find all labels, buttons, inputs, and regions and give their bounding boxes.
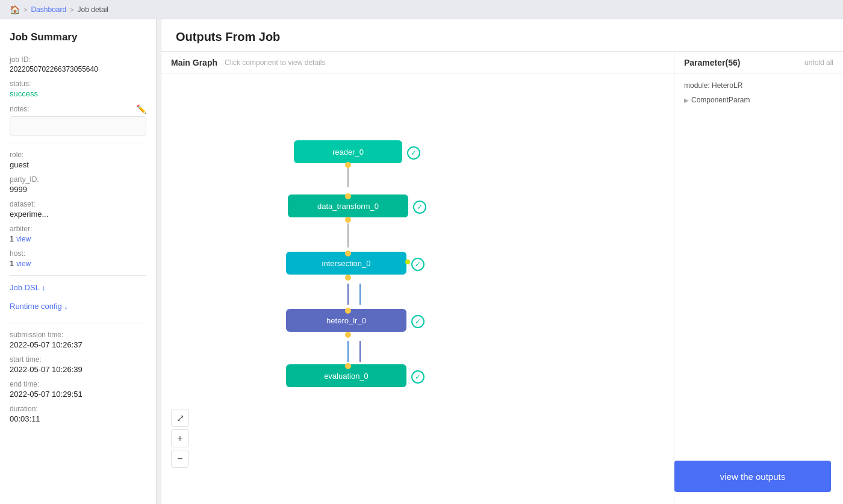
notes-edit-icon[interactable]: ✏️ (136, 104, 146, 114)
param-title: Parameter(56) (684, 58, 740, 67)
unfold-all-link[interactable]: unfold all (804, 58, 833, 67)
divider3 (10, 323, 146, 323)
end-time-row: end time: 2022-05-07 10:29:51 (10, 380, 146, 399)
host-view-link[interactable]: view (16, 260, 31, 268)
breadcrumb-dashboard[interactable]: Dashboard (31, 5, 66, 14)
sidebar: Job Summary job ID: 20220507022663730556… (0, 19, 157, 504)
divider1 (10, 143, 146, 143)
job-dsl-link[interactable]: Job DSL ↓ (10, 283, 46, 292)
graph-section: Main Graph Click component to view detai… (161, 52, 674, 504)
arbiter-row: arbiter: 1 view (10, 225, 146, 243)
duration-label: duration: (10, 405, 146, 413)
end-time-value: 2022-05-07 10:29:51 (10, 390, 146, 399)
dataset-row: dataset: experime... (10, 200, 146, 219)
job-id-value: 2022050702266373055640 (10, 65, 146, 73)
port-intersection-bottom (345, 275, 351, 281)
duration-value: 00:03:11 (10, 414, 146, 423)
port-intersection-top (345, 250, 351, 257)
runtime-config-link[interactable]: Runtime config ↓ (10, 302, 68, 311)
arbiter-view-link[interactable]: view (16, 235, 31, 243)
party-id-row: party_ID: 9999 (10, 175, 146, 194)
zoom-out-button[interactable]: − (171, 450, 189, 468)
node-evaluation-check: ✓ (411, 370, 425, 384)
content-header: Outputs From Job (161, 19, 843, 52)
party-id-value: 9999 (10, 185, 146, 194)
port-transform-bottom (345, 217, 351, 223)
status-value: success (10, 89, 146, 98)
arbiter-count: 1 (10, 234, 14, 243)
node-transform-label: data_transform_0 (317, 202, 379, 211)
param-body: module: HeteroLR ▶ ComponentParam (674, 74, 843, 504)
submission-time-value: 2022-05-07 10:26:37 (10, 340, 146, 349)
party-id-label: party_ID: (10, 175, 146, 184)
status-row: status: success (10, 79, 146, 98)
graph-header: Main Graph Click component to view detai… (161, 52, 674, 74)
end-time-label: end time: (10, 380, 146, 388)
node-reader-check: ✓ (407, 146, 420, 160)
port-evaluation-top (345, 363, 351, 369)
host-count: 1 (10, 259, 14, 268)
role-value: guest (10, 160, 146, 169)
graph-param-layout: Main Graph Click component to view detai… (161, 52, 843, 504)
port-intersection-right (405, 260, 410, 264)
chevron-right-icon: ▶ (684, 97, 689, 104)
notes-row: notes: ✏️ (10, 104, 146, 135)
param-header: Parameter(56) unfold all (674, 52, 843, 74)
start-time-label: start time: (10, 355, 146, 364)
submission-time-label: submission time: (10, 331, 146, 339)
param-panel: Parameter(56) unfold all module: HeteroL… (674, 52, 843, 504)
node-intersection-check: ✓ (411, 258, 425, 271)
node-intersection-label: intersection_0 (322, 259, 371, 268)
role-label: role: (10, 151, 146, 159)
host-row: host: 1 view (10, 249, 146, 268)
connections-svg (161, 74, 674, 504)
param-component-label: ComponentParam (691, 96, 750, 104)
job-id-label: job ID: (10, 55, 146, 64)
graph-hint: Click component to view details (225, 58, 325, 67)
role-row: role: guest (10, 151, 146, 169)
dataset-label: dataset: (10, 200, 146, 208)
sep2: > (70, 6, 73, 13)
port-hetero-top (345, 308, 351, 314)
notes-label: notes: (10, 105, 30, 113)
start-time-value: 2022-05-07 10:26:39 (10, 365, 146, 374)
start-time-row: start time: 2022-05-07 10:26:39 (10, 355, 146, 374)
graph-canvas[interactable]: reader_0 ✓ data_transform_0 ✓ intersecti… (161, 74, 674, 504)
param-component-item[interactable]: ▶ ComponentParam (684, 95, 833, 105)
sep1: > (23, 6, 27, 13)
port-reader-bottom (345, 162, 351, 168)
node-reader-label: reader_0 (332, 148, 364, 157)
duration-row: duration: 00:03:11 (10, 405, 146, 423)
node-hetero-label: hetero_lr_0 (326, 316, 366, 325)
home-icon: 🏠 (10, 5, 20, 14)
zoom-in-button[interactable]: + (171, 429, 189, 447)
job-id-row: job ID: 2022050702266373055640 (10, 55, 146, 73)
submission-time-row: submission time: 2022-05-07 10:26:37 (10, 331, 146, 349)
notes-input[interactable] (10, 116, 146, 135)
main-layout: Job Summary job ID: 20220507022663730556… (0, 19, 843, 504)
dataset-value: experime... (10, 210, 146, 219)
zoom-controls: ⤢ + − (171, 409, 189, 468)
status-label: status: (10, 79, 146, 88)
node-transform-check: ✓ (413, 201, 426, 214)
breadcrumb-bar: 🏠 > Dashboard > Job detail (0, 0, 843, 19)
fit-zoom-button[interactable]: ⤢ (171, 409, 189, 427)
port-hetero-bottom (345, 332, 351, 338)
divider2 (10, 275, 146, 276)
graph-title: Main Graph (171, 58, 217, 67)
page-title: Outputs From Job (176, 30, 829, 44)
breadcrumb-current: Job detail (78, 5, 108, 14)
sidebar-title: Job Summary (10, 31, 146, 43)
node-reader-0[interactable]: reader_0 (294, 140, 402, 163)
port-transform-top (345, 193, 351, 199)
view-outputs-button[interactable]: view the outputs (674, 461, 831, 492)
resize-handle[interactable] (157, 19, 161, 504)
node-hetero-check: ✓ (411, 315, 425, 328)
node-evaluation-label: evaluation_0 (324, 372, 369, 381)
arbiter-label: arbiter: (10, 225, 146, 233)
content-area: Outputs From Job Main Graph Click compon… (161, 19, 843, 504)
param-module: module: HeteroLR (684, 81, 833, 90)
host-label: host: (10, 249, 146, 258)
